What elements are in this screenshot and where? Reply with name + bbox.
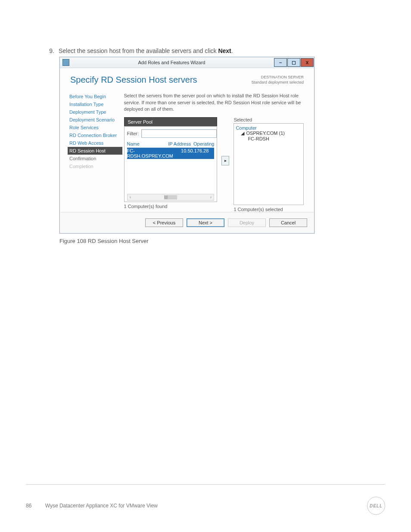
scroll-thumb[interactable]: III (164, 195, 177, 199)
scroll-left-icon[interactable]: ‹ (128, 195, 134, 199)
wizard-body: Specify RD Session Host servers DESTINAT… (60, 68, 314, 233)
footer-rule (26, 484, 385, 485)
deploy-button: Deploy (228, 218, 266, 227)
button-bar: < Previous Next > Deploy Cancel (60, 212, 314, 233)
step-text-c: . (231, 47, 233, 54)
destination-value: Standard deployment selected (251, 80, 304, 85)
filter-input[interactable] (141, 129, 217, 138)
step-text-a: Select the session host from the availab… (59, 47, 218, 54)
filter-label: Filter: (127, 131, 139, 136)
nav-deployment-scenario[interactable]: Deployment Scenario (68, 116, 122, 124)
grid-spacer (127, 159, 215, 194)
figure-wrap: Add Roles and Features Wizard – ◻ x Spec… (59, 57, 385, 244)
wizard-nav: Before You Begin Installation Type Deplo… (60, 91, 122, 212)
nav-confirmation: Confirmation (68, 155, 122, 162)
titlebar[interactable]: Add Roles and Features Wizard – ◻ x (60, 57, 314, 68)
wizard-window: Add Roles and Features Wizard – ◻ x Spec… (59, 57, 314, 233)
nav-role-services[interactable]: Role Services (68, 124, 122, 131)
document-body: 9. Select the session host from the avai… (26, 47, 385, 471)
server-pool-panel: Server Pool Filter: Name IP A (124, 117, 218, 209)
filter-row: Filter: (127, 129, 215, 138)
window-title: Add Roles and Features Wizard (69, 60, 274, 65)
col-ip[interactable]: IP Address (168, 141, 193, 146)
step-line: 9. Select the session host from the avai… (47, 47, 385, 54)
footer-text: Wyse Datacenter Appliance XC for VMware … (45, 503, 158, 509)
destination-block: DESTINATION SERVER Standard deployment s… (251, 75, 304, 85)
footer-left: 86 Wyse Datacenter Appliance XC for VMwa… (26, 503, 158, 509)
nav-installation-type[interactable]: Installation Type (68, 100, 122, 108)
selected-tree[interactable]: Computer ◢OSPREY.COM (1) FC-RDSH (234, 123, 304, 205)
nav-rd-connection-broker[interactable]: RD Connection Broker (68, 131, 122, 139)
wizard-content: Select the servers from the server pool … (122, 91, 314, 212)
cell-ip: 10.50.176.28 (181, 148, 214, 159)
server-pool-box: Filter: Name IP Address Operating (124, 126, 218, 202)
col-os[interactable]: Operating (193, 141, 214, 146)
server-pool-header: Server Pool (124, 117, 218, 126)
selected-panel: Selected Computer ◢OSPREY.COM (1) FC-RDS… (234, 117, 304, 212)
tree-toggle-icon[interactable]: ◢ (241, 131, 244, 136)
move-right-button[interactable]: ▸ (221, 156, 229, 165)
selection-panels: Server Pool Filter: Name IP A (124, 117, 304, 212)
nav-deployment-type[interactable]: Deployment Type (68, 108, 122, 116)
step-number: 9. (47, 47, 54, 54)
wizard-header: Specify RD Session Host servers DESTINAT… (60, 68, 314, 87)
app-icon (62, 59, 69, 66)
dell-logo-icon: DELL (367, 497, 385, 515)
horizontal-scrollbar[interactable]: ‹ III › (127, 194, 215, 201)
scroll-track[interactable]: III (134, 195, 208, 199)
step-text-bold: Next (218, 47, 231, 54)
wizard-main: Before You Begin Installation Type Deplo… (60, 87, 314, 212)
instructions: Select the servers from the server pool … (124, 93, 304, 112)
tree-leaf[interactable]: FC-RDSH (248, 136, 302, 141)
tree-branch[interactable]: ◢OSPREY.COM (1) (241, 131, 302, 136)
figure-caption: Figure 108 RD Session Host Server (59, 238, 385, 244)
footer-line: 86 Wyse Datacenter Appliance XC for VMwa… (26, 497, 385, 515)
page-title: Specify RD Session Host servers (70, 75, 197, 85)
maximize-button[interactable]: ◻ (287, 58, 300, 67)
nav-before-you-begin[interactable]: Before You Begin (68, 93, 122, 100)
close-button[interactable]: x (301, 58, 314, 67)
minimize-button[interactable]: – (274, 58, 287, 67)
tree-branch-label: OSPREY.COM (1) (246, 131, 285, 136)
document-page: 9. Select the session host from the avai… (0, 0, 411, 532)
window-buttons: – ◻ x (274, 58, 314, 67)
scroll-right-icon[interactable]: › (208, 195, 214, 199)
previous-button[interactable]: < Previous (145, 218, 183, 227)
selected-footer: 1 Computer(s) selected (234, 205, 304, 212)
pool-footer: 1 Computer(s) found (124, 202, 218, 209)
page-number: 86 (26, 503, 31, 509)
nav-rd-web-access[interactable]: RD Web Access (68, 139, 122, 147)
tree-root[interactable]: Computer (236, 125, 302, 131)
destination-label: DESTINATION SERVER (251, 75, 304, 80)
nav-completion: Completion (68, 162, 122, 170)
move-column: ▸ (221, 117, 229, 165)
cancel-button[interactable]: Cancel (269, 218, 307, 227)
next-button[interactable]: Next > (187, 218, 224, 227)
cell-name: FC-RDSH.OSPREY.COM (127, 148, 181, 159)
step-text: Select the session host from the availab… (59, 47, 233, 54)
table-row[interactable]: FC-RDSH.OSPREY.COM 10.50.176.28 (127, 148, 215, 159)
grid-header: Name IP Address Operating (127, 140, 215, 148)
page-footer: 86 Wyse Datacenter Appliance XC for VMwa… (26, 471, 385, 515)
col-name[interactable]: Name (127, 141, 168, 146)
selected-label: Selected (234, 117, 304, 122)
nav-rd-session-host[interactable]: RD Session Host (68, 147, 122, 155)
